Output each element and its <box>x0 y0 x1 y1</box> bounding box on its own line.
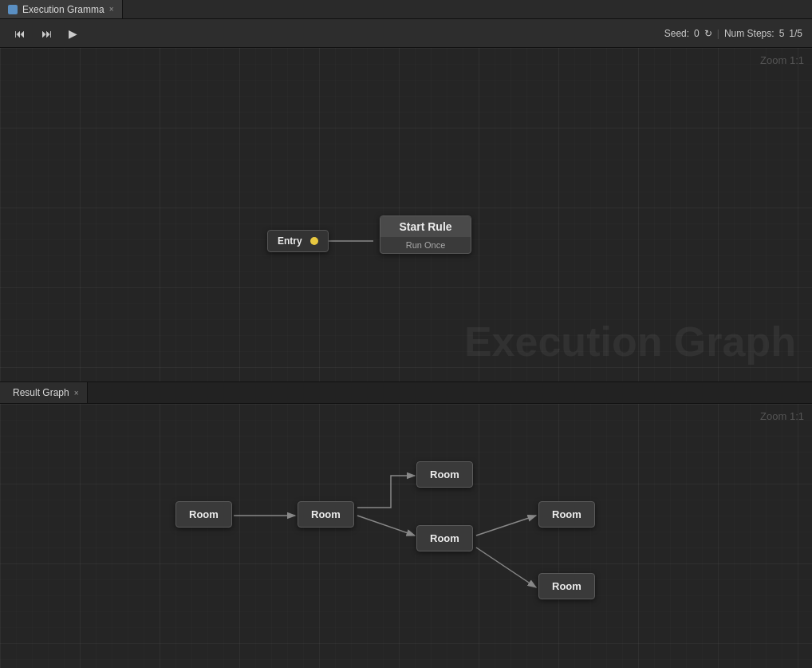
result-room-node-4[interactable]: Room <box>416 525 473 551</box>
toolbar-info: Seed: 0 ↻ | Num Steps: 5 1/5 <box>664 28 802 39</box>
play-button[interactable]: ▶ <box>64 24 82 43</box>
start-rule-title: Start Rule <box>380 216 471 237</box>
num-steps-value: 5 <box>779 28 785 39</box>
result-room-node-1[interactable]: Room <box>175 501 232 528</box>
room3-label: Room <box>430 468 459 480</box>
play-icon: ▶ <box>69 27 77 40</box>
execution-tab[interactable]: Execution Gramma × <box>0 0 123 18</box>
room6-label: Room <box>552 580 581 592</box>
result-room-node-5[interactable]: Room <box>538 501 595 528</box>
result-room-node-6[interactable]: Room <box>538 573 595 599</box>
num-steps-fraction: 1/5 <box>789 28 802 39</box>
entry-node-label: Entry <box>278 235 302 247</box>
start-rule-subtitle: Run Once <box>395 237 457 253</box>
tab-close-btn[interactable]: × <box>109 5 114 14</box>
num-steps-label: Num Steps: <box>724 28 775 39</box>
result-tab[interactable]: Result Graph × <box>0 382 88 403</box>
room1-label: Room <box>189 508 219 520</box>
execution-graph-panel: Zoom 1:1 Execution Graph Entry Start Rul… <box>0 48 812 381</box>
toolbar-separator: | <box>717 28 719 39</box>
room2-label: Room <box>311 508 341 520</box>
main-tab-bar: Execution Gramma × <box>0 0 812 19</box>
step-back-button[interactable]: ⏮ <box>10 24 30 43</box>
execution-graph-canvas[interactable] <box>0 48 812 381</box>
result-zoom-label: Zoom 1:1 <box>760 410 804 422</box>
result-room-node-2[interactable]: Room <box>298 501 354 528</box>
start-rule-node[interactable]: Start Rule Run Once <box>380 215 471 254</box>
tab-icon <box>8 5 18 14</box>
step-back-icon: ⏮ <box>14 27 26 40</box>
room4-label: Room <box>430 532 459 544</box>
result-tab-label: Result Graph <box>13 387 69 398</box>
step-forward-icon: ⏭ <box>41 27 53 40</box>
result-room-node-3[interactable]: Room <box>416 461 473 488</box>
step-forward-button[interactable]: ⏭ <box>37 24 57 43</box>
entry-node[interactable]: Entry <box>267 230 329 252</box>
execution-zoom-label: Zoom 1:1 <box>760 54 804 66</box>
entry-dot <box>310 237 318 245</box>
result-graph-canvas[interactable] <box>0 404 812 668</box>
tab-label: Execution Gramma <box>22 4 104 15</box>
result-graph-panel: Zoom 1:1 Result Graph Room Room Room Roo… <box>0 404 812 668</box>
result-tab-bar: Result Graph × <box>0 381 812 404</box>
seed-value: 0 <box>694 28 700 39</box>
seed-refresh-button[interactable]: ↻ <box>704 28 712 39</box>
room5-label: Room <box>552 508 581 520</box>
seed-label: Seed: <box>664 28 689 39</box>
result-tab-close[interactable]: × <box>74 389 79 397</box>
toolbar: ⏮ ⏭ ▶ Seed: 0 ↻ | Num Steps: 5 1/5 <box>0 19 812 48</box>
